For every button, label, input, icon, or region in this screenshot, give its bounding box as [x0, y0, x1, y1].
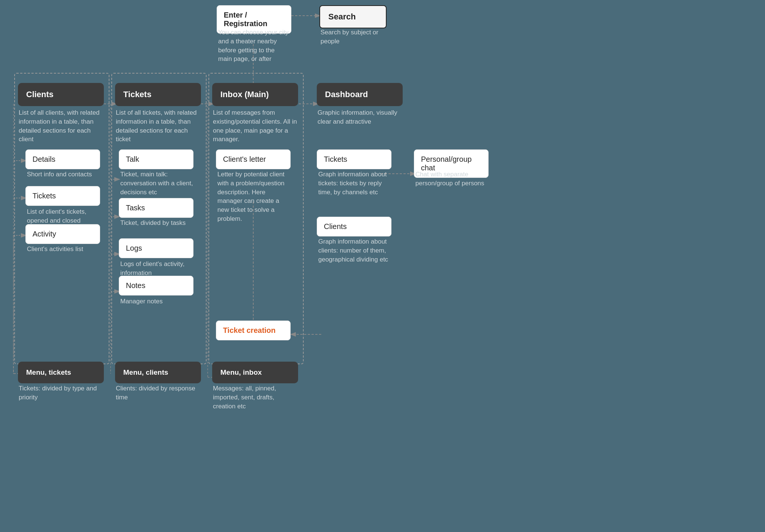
menu-inbox-title: Menu, inbox	[220, 368, 262, 376]
tickets-talk-desc: Ticket, main talk: conversation with a c…	[120, 170, 195, 197]
dashboard-tickets-desc: Graph information about tickets: tickets…	[318, 170, 393, 197]
search-title: Search	[328, 12, 356, 21]
tickets-talk-title: Talk	[126, 155, 139, 163]
personal-group-chat-desc: Chat with separate person/group of perso…	[415, 170, 490, 188]
inbox-desc: List of messages from existing/potential…	[213, 108, 297, 144]
tickets-tasks-box: Tasks	[119, 198, 193, 218]
clients-activity-title: Activity	[32, 230, 56, 238]
tickets-notes-box: Notes	[119, 276, 193, 296]
clients-tickets-box: Tickets	[25, 186, 100, 206]
clients-tickets-desc: List of client's tickets, opened and clo…	[27, 207, 102, 225]
tickets-logs-desc: Logs of client's activity, information	[120, 260, 195, 278]
dashboard-tickets-box: Tickets	[317, 149, 391, 169]
clients-details-box: Details	[25, 149, 100, 169]
dashboard-title: Dashboard	[325, 90, 368, 99]
clients-box: Clients	[18, 83, 104, 106]
dashboard-box: Dashboard	[317, 83, 403, 106]
tickets-box: Tickets	[115, 83, 201, 106]
tickets-notes-title: Notes	[126, 281, 145, 290]
personal-group-chat-title: Personal/group chat	[421, 155, 472, 172]
enter-registration-title: Enter / Registration	[224, 11, 267, 28]
tickets-desc: List of all tickets, with related inform…	[116, 108, 200, 144]
inbox-title: Inbox (Main)	[220, 90, 269, 99]
clients-activity-box: Activity	[25, 224, 100, 244]
tickets-title: Tickets	[123, 90, 151, 99]
tickets-notes-desc: Manager notes	[120, 297, 195, 306]
tickets-logs-title: Logs	[126, 244, 142, 252]
menu-inbox-box: Menu, inbox	[212, 362, 298, 383]
ticket-creation-box: Ticket creation	[216, 321, 291, 340]
menu-clients-box: Menu, clients	[115, 362, 201, 383]
menu-tickets-desc: Tickets: divided by type and priority	[19, 384, 103, 402]
dashboard-desc: Graphic information, visually clear and …	[318, 108, 402, 126]
dashboard-tickets-title: Tickets	[324, 155, 347, 163]
search-desc: Search by subject or people	[320, 28, 388, 46]
menu-clients-desc: Clients: divided by response time	[116, 384, 200, 402]
dashboard-clients-desc: Graph information about clients: number …	[318, 237, 393, 264]
clients-tickets-title: Tickets	[32, 192, 56, 200]
clients-letter-desc: Letter by potential client with a proble…	[217, 170, 292, 223]
tickets-tasks-desc: Ticket, divided by tasks	[120, 219, 195, 228]
menu-tickets-box: Menu, tickets	[18, 362, 104, 383]
tickets-talk-box: Talk	[119, 149, 193, 169]
inbox-box: Inbox (Main)	[212, 83, 298, 106]
search-box: Search	[319, 5, 387, 28]
clients-details-title: Details	[32, 155, 55, 163]
clients-details-desc: Short info and contacts	[27, 170, 102, 179]
ticket-creation-title: Ticket creation	[223, 326, 276, 334]
enter-registration-desc: You can choose your city and a theater n…	[218, 28, 289, 64]
clients-title: Clients	[26, 90, 53, 99]
tickets-tasks-title: Tasks	[126, 204, 145, 212]
menu-clients-title: Menu, clients	[123, 368, 168, 376]
clients-letter-box: Client's letter	[216, 149, 291, 169]
clients-activity-desc: Client's activities list	[27, 245, 102, 254]
clients-desc: List of all clients, with related inform…	[19, 108, 103, 144]
menu-inbox-desc: Messages: all, pinned, imported, sent, d…	[213, 384, 297, 411]
tickets-logs-box: Logs	[119, 238, 193, 258]
menu-tickets-title: Menu, tickets	[26, 368, 71, 376]
clients-letter-title: Client's letter	[223, 155, 266, 163]
dashboard-clients-title: Clients	[324, 222, 347, 231]
dashboard-clients-box: Clients	[317, 217, 391, 236]
